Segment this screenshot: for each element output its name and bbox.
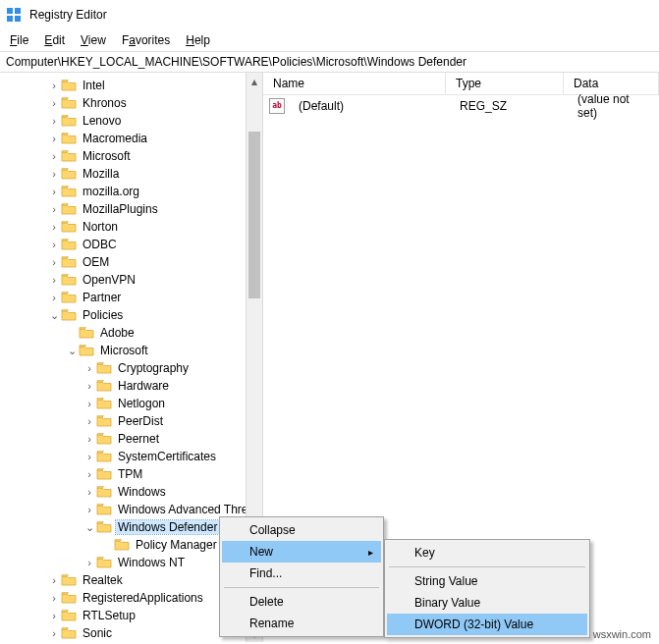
chevron-right-icon[interactable]: › [47, 626, 61, 640]
menu-help[interactable]: Help [180, 31, 216, 49]
tree-item-lenovo[interactable]: ›Lenovo [0, 112, 262, 130]
value-type: REG_SZ [450, 99, 568, 113]
chevron-right-icon[interactable]: › [47, 273, 61, 287]
chevron-right-icon[interactable]: › [82, 503, 96, 516]
tree-item-tpm[interactable]: ›TPM [0, 465, 262, 483]
tree-item-partner[interactable]: ›Partner [0, 289, 262, 306]
tree-item-cryptography[interactable]: ›Cryptography [0, 359, 262, 377]
submenu-arrow-icon: ▸ [368, 547, 373, 558]
chevron-right-icon[interactable]: › [47, 132, 61, 145]
chevron-right-icon[interactable]: › [47, 573, 61, 587]
value-data: (value not set) [568, 92, 659, 120]
chevron-right-icon[interactable]: › [82, 379, 96, 393]
chevron-right-icon[interactable]: › [82, 450, 96, 463]
tree-item-peerdist[interactable]: ›PeerDist [0, 412, 262, 430]
tree-item-odbc[interactable]: ›ODBC [0, 236, 262, 253]
cm-new-key[interactable]: Key [387, 542, 587, 564]
folder-icon [61, 202, 77, 216]
chevron-right-icon[interactable]: › [82, 414, 96, 428]
chevron-right-icon[interactable]: › [47, 220, 61, 234]
tree-label: PeerDist [116, 414, 165, 428]
tree-item-policies-microsoft[interactable]: ⌄Microsoft [0, 342, 262, 359]
tree-item-windows[interactable]: ›Windows [0, 483, 262, 501]
chevron-down-icon[interactable]: ⌄ [65, 344, 79, 357]
col-type[interactable]: Type [446, 73, 564, 94]
chevron-down-icon[interactable]: ⌄ [82, 520, 96, 534]
cm-new-dword[interactable]: DWORD (32-bit) Value [387, 614, 587, 635]
folder-icon [61, 167, 77, 181]
chevron-right-icon[interactable]: › [47, 96, 61, 110]
svg-rect-2 [7, 16, 13, 22]
folder-icon [96, 450, 112, 463]
chevron-right-icon[interactable]: › [47, 185, 61, 198]
tree-label: Windows Advanced Thre [116, 503, 250, 516]
folder-icon [61, 626, 77, 640]
svg-rect-3 [15, 16, 21, 22]
chevron-right-icon[interactable]: › [82, 397, 96, 410]
value-name: (Default) [289, 99, 450, 113]
chevron-right-icon[interactable]: › [47, 167, 61, 181]
expander-none [100, 538, 114, 552]
tree-item-systemcertificates[interactable]: ›SystemCertificates [0, 448, 262, 465]
tree-item-macromedia[interactable]: ›Macromedia [0, 130, 262, 147]
menu-favorites[interactable]: Favorites [116, 31, 176, 49]
menu-file[interactable]: File [4, 31, 34, 49]
tree-item-mozilla[interactable]: ›Mozilla [0, 165, 262, 183]
chevron-right-icon[interactable]: › [82, 556, 96, 569]
svg-rect-0 [7, 8, 13, 14]
cm-rename[interactable]: Rename [222, 613, 381, 634]
cm-collapse[interactable]: Collapse [222, 519, 381, 541]
chevron-right-icon[interactable]: › [82, 485, 96, 499]
tree-item-openvpn[interactable]: ›OpenVPN [0, 271, 262, 289]
scroll-thumb[interactable] [248, 132, 260, 298]
tree-item-oem[interactable]: ›OEM [0, 253, 262, 271]
folder-icon [96, 361, 112, 375]
cm-find[interactable]: Find... [222, 563, 381, 584]
chevron-right-icon[interactable]: › [82, 432, 96, 446]
scroll-up-icon[interactable]: ▴ [247, 73, 262, 89]
tree-item-norton[interactable]: ›Norton [0, 218, 262, 236]
chevron-right-icon[interactable]: › [82, 467, 96, 481]
tree-item-mozillaplugins[interactable]: ›MozillaPlugins [0, 200, 262, 218]
tree-item-intel[interactable]: ›Intel [0, 77, 262, 94]
chevron-right-icon[interactable]: › [47, 291, 61, 304]
tree-item-microsoft[interactable]: ›Microsoft [0, 147, 262, 165]
chevron-down-icon[interactable]: ⌄ [47, 308, 61, 322]
chevron-right-icon[interactable]: › [82, 361, 96, 375]
chevron-right-icon[interactable]: › [47, 202, 61, 216]
tree-item-mozilla-org[interactable]: ›mozilla.org [0, 183, 262, 200]
tree-label: Windows [116, 485, 168, 499]
tree-item-khronos[interactable]: ›Khronos [0, 94, 262, 112]
chevron-right-icon[interactable]: › [47, 591, 61, 605]
menu-view[interactable]: View [75, 31, 112, 49]
list-row[interactable]: ab (Default) REG_SZ (value not set) [263, 95, 659, 113]
chevron-right-icon[interactable]: › [47, 79, 61, 92]
folder-icon [61, 114, 77, 128]
tree-label: Windows Defender [116, 520, 219, 534]
folder-icon [79, 344, 94, 357]
cm-new[interactable]: New ▸ [222, 541, 381, 563]
chevron-right-icon[interactable]: › [47, 238, 61, 251]
chevron-right-icon[interactable]: › [47, 114, 61, 128]
cm-new-string[interactable]: String Value [387, 570, 587, 592]
cm-delete[interactable]: Delete [222, 591, 381, 613]
tree-item-peernet[interactable]: ›Peernet [0, 430, 262, 448]
path-bar[interactable]: Computer\HKEY_LOCAL_MACHINE\SOFTWARE\Pol… [0, 51, 659, 73]
tree-label: Realtek [81, 573, 125, 587]
tree-label: Adobe [98, 326, 137, 340]
chevron-right-icon[interactable]: › [47, 149, 61, 163]
menu-edit[interactable]: Edit [38, 31, 71, 49]
tree-item-netlogon[interactable]: ›Netlogon [0, 395, 262, 412]
tree-label: mozilla.org [81, 185, 141, 198]
cm-new-binary[interactable]: Binary Value [387, 592, 587, 614]
tree-item-adobe[interactable]: Adobe [0, 324, 262, 342]
tree-label: OpenVPN [81, 273, 137, 287]
chevron-right-icon[interactable]: › [47, 255, 61, 269]
tree-item-policies[interactable]: ⌄Policies [0, 306, 262, 324]
list-pane: Name Type Data ab (Default) REG_SZ (valu… [263, 73, 659, 642]
folder-icon [61, 609, 77, 622]
col-name[interactable]: Name [263, 73, 446, 94]
tree-item-hardware[interactable]: ›Hardware [0, 377, 262, 395]
chevron-right-icon[interactable]: › [47, 609, 61, 622]
folder-icon [61, 308, 77, 322]
